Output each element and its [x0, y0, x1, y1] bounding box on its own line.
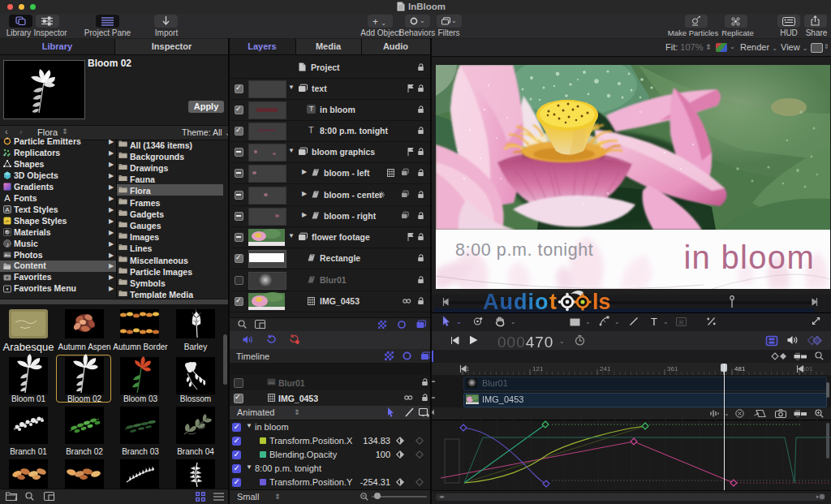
- svg-text:8:00 p.m. tonight: 8:00 p.m. tonight: [455, 240, 593, 260]
- svg-text:⌘: ⌘: [678, 319, 685, 326]
- svg-text:ls: ls: [592, 290, 611, 314]
- svg-text:Audio: Audio: [483, 290, 549, 314]
- svg-text:A: A: [4, 193, 11, 203]
- svg-text:241: 241: [600, 365, 611, 373]
- svg-text:in bloom: in bloom: [683, 239, 815, 275]
- svg-text:t: t: [549, 290, 557, 314]
- svg-text:♪: ♪: [6, 241, 9, 248]
- svg-text:601: 601: [802, 365, 813, 373]
- svg-text:481: 481: [734, 365, 746, 373]
- svg-text:A: A: [5, 206, 10, 213]
- svg-text:361: 361: [667, 365, 678, 373]
- svg-text:121: 121: [532, 365, 544, 373]
- svg-text:1: 1: [466, 365, 470, 373]
